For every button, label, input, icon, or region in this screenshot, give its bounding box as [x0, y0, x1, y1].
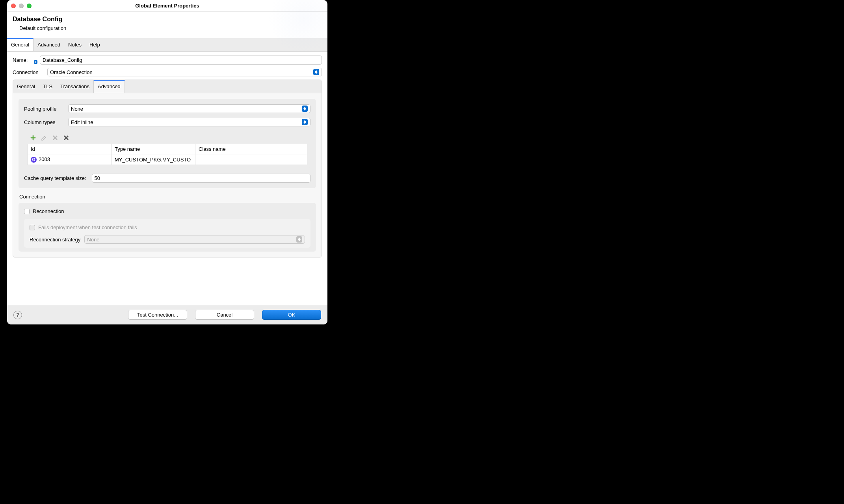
dialog-header: Database Config Default configuration	[7, 12, 327, 38]
grid-toolbar	[27, 132, 307, 144]
connection-label: Connection	[13, 69, 44, 75]
tab-advanced[interactable]: Advanced	[33, 38, 64, 51]
tab-help[interactable]: Help	[86, 38, 104, 51]
row-icon: G	[31, 157, 37, 163]
subtab-tls[interactable]: TLS	[39, 80, 56, 93]
col-class-name[interactable]: Class name	[195, 144, 307, 154]
column-types-select[interactable]: Edit inline	[68, 118, 310, 126]
column-types-label: Column types	[24, 119, 63, 125]
pooling-value: None	[71, 106, 302, 112]
col-id[interactable]: Id	[28, 144, 112, 154]
pooling-select[interactable]: None	[68, 104, 310, 113]
cell-type-name: MY_CUSTOM_PKG.MY_CUSTO	[112, 154, 195, 165]
connection-section-title: Connection	[19, 194, 316, 200]
delete-row-button[interactable]	[52, 134, 59, 141]
column-types-value: Edit inline	[71, 119, 302, 125]
connection-value: Oracle Connection	[50, 69, 313, 75]
add-row-button[interactable]	[30, 134, 37, 141]
updown-icon	[302, 119, 308, 125]
updown-icon	[302, 106, 308, 112]
col-type-name[interactable]: Type name	[112, 144, 195, 154]
strategy-label: Reconnection strategy	[30, 237, 80, 243]
updown-icon	[296, 236, 302, 243]
name-label: Name:	[13, 57, 33, 63]
help-button[interactable]: ?	[13, 311, 22, 319]
svg-point-0	[65, 137, 67, 139]
reconnection-label: Reconnection	[33, 208, 64, 214]
configure-button[interactable]	[63, 134, 70, 141]
pooling-label: Pooling profile	[24, 106, 63, 112]
fails-checkbox	[30, 225, 35, 230]
ok-button[interactable]: OK	[262, 310, 321, 320]
cache-input[interactable]	[92, 174, 310, 183]
page-title: Database Config	[13, 16, 322, 23]
connection-select[interactable]: Oracle Connection	[47, 68, 322, 76]
test-connection-button[interactable]: Test Connection...	[128, 310, 187, 320]
info-icon: i	[34, 60, 37, 64]
subpanel-body: Pooling profile None Column types E	[13, 93, 322, 257]
fails-label: Fails deployment when test connection fa…	[38, 224, 137, 230]
column-types-table: Id Type name Class name G2003	[27, 144, 307, 165]
connection-card: Reconnection Fails deployment when test …	[19, 203, 316, 252]
edit-row-button[interactable]	[41, 134, 48, 141]
tab-notes[interactable]: Notes	[64, 38, 86, 51]
reconnection-subcard: Fails deployment when test connection fa…	[24, 219, 310, 248]
subtab-transactions[interactable]: Transactions	[56, 80, 93, 93]
tab-general[interactable]: General	[7, 38, 33, 51]
connection-subpanel: General TLS Transactions Advanced Poolin…	[13, 80, 322, 258]
sub-tabs: General TLS Transactions Advanced	[13, 80, 322, 93]
table-row[interactable]: G2003 MY_CUSTOM_PKG.MY_CUSTO	[28, 154, 307, 165]
dialog-window: Global Element Properties Database Confi…	[7, 0, 327, 324]
strategy-select: None	[84, 235, 305, 244]
cache-label: Cache query template size:	[24, 175, 86, 181]
reconnection-checkbox[interactable]	[24, 209, 30, 214]
cell-class-name	[195, 154, 307, 165]
page-subtitle: Default configuration	[19, 25, 322, 31]
advanced-card: Pooling profile None Column types E	[19, 99, 316, 188]
updown-icon	[313, 69, 319, 75]
cell-id: 2003	[39, 156, 50, 162]
subtab-general[interactable]: General	[13, 80, 39, 93]
cancel-button[interactable]: Cancel	[195, 310, 254, 320]
name-input[interactable]	[40, 56, 322, 65]
strategy-value: None	[87, 237, 296, 243]
column-types-grid: Id Type name Class name G2003	[24, 129, 310, 168]
subtab-advanced[interactable]: Advanced	[93, 80, 125, 93]
dialog-footer: ? Test Connection... Cancel OK	[7, 305, 327, 324]
body: Name: i Connection Oracle Connection Gen…	[7, 52, 327, 305]
